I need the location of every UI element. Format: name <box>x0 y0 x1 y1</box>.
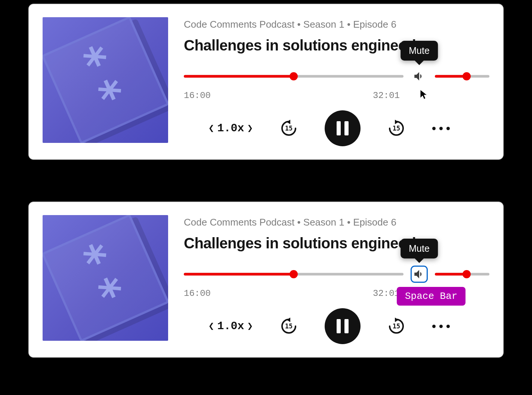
svg-text:15: 15 <box>393 125 400 132</box>
seek-slider[interactable] <box>184 272 403 277</box>
keyboard-hint-badge: Space Bar <box>397 287 466 306</box>
volume-slider[interactable] <box>435 74 489 79</box>
more-options-button[interactable] <box>432 127 450 130</box>
episode-title: Challenges in solutions engineering <box>184 235 489 252</box>
svg-text:15: 15 <box>285 125 293 132</box>
chevron-left-icon[interactable]: ❮ <box>208 122 214 134</box>
rewind-15-button[interactable]: 15 <box>279 316 299 336</box>
svg-text:15: 15 <box>285 322 293 330</box>
pause-icon <box>337 319 349 333</box>
more-options-button[interactable] <box>432 325 450 328</box>
podcast-artwork: ** <box>43 215 168 341</box>
episode-title: Challenges in solutions engineering <box>184 37 489 54</box>
seek-slider[interactable] <box>184 74 403 79</box>
volume-icon <box>413 268 426 281</box>
pause-icon <box>337 121 349 135</box>
total-duration: 32:01 <box>373 288 400 298</box>
forward-15-button[interactable]: 15 <box>387 119 406 138</box>
rewind-15-button[interactable]: 15 <box>279 119 299 138</box>
audio-player-card-focused: ** Code Comments Podcast • Season 1 • Ep… <box>28 202 504 358</box>
mute-tooltip: Mute <box>400 41 438 61</box>
mute-button[interactable] <box>412 69 427 84</box>
pause-button[interactable] <box>325 110 361 146</box>
chevron-left-icon[interactable]: ❮ <box>208 320 214 332</box>
breadcrumb: Code Comments Podcast • Season 1 • Episo… <box>184 19 489 30</box>
playback-speed-stepper[interactable]: ❮ 1.0x ❯ <box>208 320 253 333</box>
total-duration: 32:01 <box>373 91 400 101</box>
chevron-right-icon[interactable]: ❯ <box>247 320 253 332</box>
playback-speed-stepper[interactable]: ❮ 1.0x ❯ <box>208 122 253 135</box>
speed-value: 1.0x <box>217 320 244 333</box>
forward-15-button[interactable]: 15 <box>387 316 406 336</box>
audio-player-card: ** Code Comments Podcast • Season 1 • Ep… <box>28 4 504 160</box>
elapsed-time: 16:00 <box>184 288 211 298</box>
volume-icon <box>413 70 426 83</box>
breadcrumb: Code Comments Podcast • Season 1 • Episo… <box>184 217 489 228</box>
mute-button[interactable] <box>412 267 427 282</box>
speed-value: 1.0x <box>217 122 244 135</box>
mute-tooltip: Mute <box>400 239 438 258</box>
chevron-right-icon[interactable]: ❯ <box>247 122 253 134</box>
podcast-artwork: ** <box>43 17 168 143</box>
elapsed-time: 16:00 <box>184 91 211 101</box>
pause-button[interactable] <box>325 308 361 344</box>
svg-text:15: 15 <box>393 322 400 330</box>
volume-slider[interactable] <box>435 272 489 277</box>
